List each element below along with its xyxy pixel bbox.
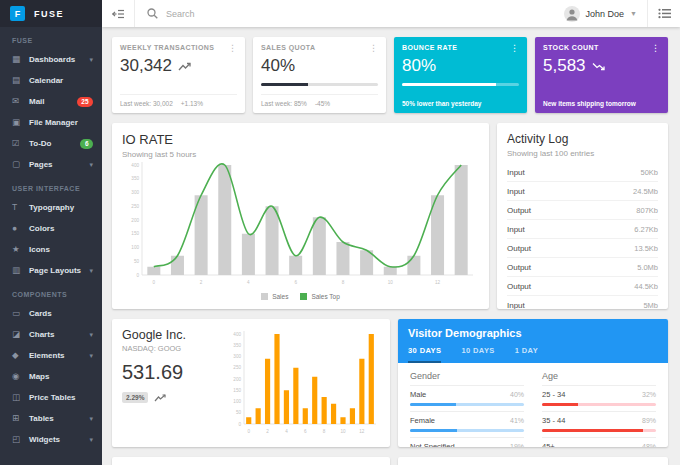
- row-value: 32%: [642, 391, 656, 398]
- sidebar-item-file-manager[interactable]: ▣File Manager: [0, 112, 102, 133]
- chevron-down-icon: ▾: [89, 331, 93, 338]
- chevron-down-icon: ▾: [89, 415, 93, 422]
- svg-text:8: 8: [342, 280, 345, 285]
- sales-quota-card: SALES QUOTA ⋮ 40% Last week: 85% -45%: [253, 37, 386, 113]
- row-label: 35 - 44: [542, 416, 565, 425]
- sidebar-item-dashboards[interactable]: ▦Dashboards▾: [0, 49, 102, 70]
- row-value: 19%: [510, 443, 524, 447]
- sidebar-item-page-layouts[interactable]: ▥Page Layouts▾: [0, 260, 102, 281]
- card-title: BOUNCE RATE: [402, 44, 457, 51]
- sidebar-item-cards[interactable]: ▭Cards: [0, 303, 102, 324]
- kebab-menu-icon[interactable]: ⋮: [228, 44, 237, 53]
- card-title: SALES QUOTA: [261, 44, 315, 51]
- svg-text:150: 150: [233, 388, 241, 393]
- demographics-body: GenderMale40%Female41%Not Specified19%Ag…: [398, 363, 668, 447]
- svg-text:2: 2: [266, 429, 269, 434]
- kebab-menu-icon[interactable]: ⋮: [510, 44, 519, 53]
- demographics-row: Male40%: [410, 385, 524, 411]
- charts-row: IO RATE Showing last 5 hours 05010015020…: [112, 123, 668, 309]
- chart-legend: SalesSales Top: [122, 293, 479, 300]
- demographics-row: 25 - 3432%: [542, 385, 656, 411]
- transactions-value: 30,342: [120, 56, 172, 76]
- demographics-group-gender: GenderMale40%Female41%Not Specified19%: [410, 368, 524, 447]
- group-title: Gender: [410, 368, 524, 385]
- sidebar-item-icons[interactable]: ★Icons: [0, 239, 102, 260]
- folder-icon: ▣: [12, 118, 25, 127]
- activity-log-card: Activity Log Showing last 100 entries In…: [497, 123, 668, 309]
- logo[interactable]: F FUSE: [0, 0, 102, 27]
- top-toolbar: Search John Doe ▼: [102, 0, 680, 27]
- activity-log-row: Input24.5Mb: [507, 182, 658, 201]
- log-entry-value: 807Kb: [636, 206, 658, 215]
- svg-text:0: 0: [238, 422, 241, 427]
- fold-sidebar-button[interactable]: [102, 0, 134, 27]
- svg-text:200: 200: [131, 218, 139, 223]
- svg-text:50: 50: [134, 259, 140, 264]
- chevron-down-icon: ▾: [89, 436, 93, 443]
- search-input[interactable]: Search: [166, 9, 195, 19]
- demographics-group-age: Age25 - 3432%35 - 4489%45+48%: [542, 368, 656, 447]
- trending-up-icon: [154, 394, 167, 402]
- tab-1-day[interactable]: 1 DAY: [515, 346, 538, 363]
- tab-10-days[interactable]: 10 DAYS: [461, 346, 494, 363]
- tab-30-days[interactable]: 30 DAYS: [408, 346, 441, 363]
- quick-panel-button[interactable]: [648, 0, 680, 27]
- sidebar-item-calendar[interactable]: ▤Calendar: [0, 70, 102, 91]
- sidebar-item-charts[interactable]: ◪Charts▾: [0, 324, 102, 345]
- partial-row: [112, 457, 668, 465]
- footer-delta: +1.13%: [181, 100, 203, 107]
- log-entry-value: 44.5Kb: [634, 282, 658, 291]
- svg-text:12: 12: [359, 429, 365, 434]
- footer-delta: -45%: [315, 100, 330, 107]
- sidebar-item-elements[interactable]: ◆Elements▾: [0, 345, 102, 366]
- sidebar-item-label: File Manager: [29, 118, 93, 127]
- trending-up-icon: [178, 62, 192, 71]
- sidebar-item-tables[interactable]: ⊞Tables▾: [0, 408, 102, 429]
- chart-icon: ◪: [12, 330, 25, 339]
- log-entry-value: 24.5Mb: [633, 187, 658, 196]
- footer-label: New items shipping tomorrow: [543, 100, 636, 107]
- bounce-rate-card: BOUNCE RATE ⋮ 80% 50% lower than yesterd…: [394, 37, 527, 113]
- sidebar-item-to-do[interactable]: ☑To-Do6: [0, 133, 102, 154]
- row-label: 25 - 34: [542, 390, 565, 399]
- log-entry-label: Output: [507, 263, 531, 272]
- legend-label: Sales Top: [311, 293, 339, 300]
- partial-card: [112, 457, 390, 465]
- nav-section-label: COMPONENTS: [0, 281, 102, 303]
- chevron-down-icon: ▾: [89, 352, 93, 359]
- kebab-menu-icon[interactable]: ⋮: [651, 44, 660, 53]
- sidebar-item-price-tables[interactable]: ◫Price Tables: [0, 387, 102, 408]
- io-rate-title: IO RATE: [122, 132, 479, 147]
- kebab-menu-icon[interactable]: ⋮: [369, 44, 378, 53]
- io-rate-card: IO RATE Showing last 5 hours 05010015020…: [112, 123, 489, 309]
- log-entry-label: Output: [507, 206, 531, 215]
- legend-item: Sales: [261, 293, 288, 300]
- search-icon: [147, 8, 158, 19]
- count-badge: 6: [80, 139, 93, 149]
- sidebar-item-pages[interactable]: ▢Pages▾: [0, 154, 102, 175]
- search-bar[interactable]: Search: [135, 8, 195, 19]
- activity-log-subtitle: Showing last 100 entries: [507, 149, 658, 158]
- row-label: Male: [410, 390, 426, 399]
- legend-swatch: [300, 293, 307, 300]
- user-menu[interactable]: John Doe ▼: [554, 6, 647, 22]
- demographics-row: Not Specified19%: [410, 437, 524, 447]
- google-change-badge: 2.29%: [122, 392, 148, 403]
- demographics-row: Female41%: [410, 411, 524, 437]
- sidebar-item-typography[interactable]: TTypography: [0, 197, 102, 218]
- chevron-down-icon: ▼: [630, 10, 637, 17]
- svg-text:4: 4: [285, 429, 288, 434]
- sidebar-item-widgets[interactable]: ◰Widgets▾: [0, 429, 102, 450]
- sidebar-item-mail[interactable]: ✉Mail25: [0, 91, 102, 112]
- activity-log-row: Output13.5Kb: [507, 239, 658, 258]
- sidebar-item-colors[interactable]: ●Colors: [0, 218, 102, 239]
- sidebar-item-maps[interactable]: ◉Maps: [0, 366, 102, 387]
- card-title: STOCK COUNT: [543, 44, 599, 51]
- svg-text:10: 10: [388, 280, 394, 285]
- svg-text:400: 400: [131, 163, 139, 168]
- quota-progress-bar: [261, 83, 378, 86]
- svg-text:250: 250: [131, 204, 139, 209]
- svg-text:350: 350: [131, 176, 139, 181]
- weekly-transactions-card: WEEKLY TRANSACTIONS ⋮ 30,342 Last week: …: [112, 37, 245, 113]
- partial-card: [398, 457, 668, 465]
